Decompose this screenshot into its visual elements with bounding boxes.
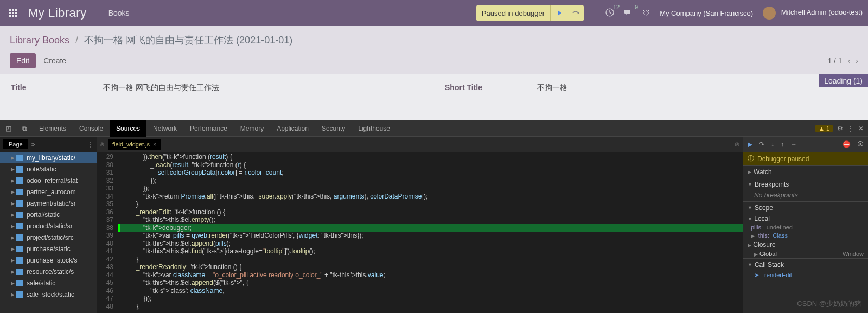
scope-global[interactable]: ▶ GlobalWindow xyxy=(743,250,868,258)
toggle-nav-icon[interactable]: ⎚ xyxy=(100,140,104,148)
avatar xyxy=(763,7,776,20)
edit-button[interactable]: Edit xyxy=(10,53,36,68)
file-tree-item[interactable]: ▶resource/static/s xyxy=(0,266,97,277)
deactivate-bp-icon[interactable]: ⛔ xyxy=(843,140,851,148)
nav-menu-icon[interactable]: ⋮ xyxy=(87,140,93,148)
code-line[interactable]: }); xyxy=(118,184,743,193)
code-line[interactable]: }, xyxy=(118,303,743,311)
code-line[interactable]: "tk-k">return Promise.all(["tk-this">thi… xyxy=(118,193,743,201)
toggle-right-pane-icon[interactable]: ⎚ xyxy=(735,140,739,148)
loading-indicator: Loading (1) xyxy=(819,74,868,87)
breakpoints-section[interactable]: ▼Breakpoints xyxy=(743,178,868,190)
file-tree-item[interactable]: ▶odoo_referral/stat xyxy=(0,175,97,186)
file-navigator: Page » ⋮ ▶my_library/static/▶note/static… xyxy=(0,137,97,313)
editor-tab[interactable]: field_widget.js × xyxy=(108,139,161,150)
scope-section[interactable]: ▼Scope xyxy=(743,202,868,214)
more-icon[interactable]: ⋮ xyxy=(847,125,854,132)
tab-network[interactable]: Network xyxy=(146,120,183,137)
code-line[interactable]: "tk-s">'class': className, xyxy=(118,287,743,295)
file-tree[interactable]: ▶my_library/static/▶note/static▶odoo_ref… xyxy=(0,152,97,313)
code-line[interactable]: }, xyxy=(118,255,743,264)
code-line[interactable]: "tk-k">var className = "o_color_pill act… xyxy=(118,271,743,279)
file-tree-item[interactable]: ▶sale_stock/static xyxy=(0,289,97,300)
code-line[interactable]: "tk-this">this.$el.append(pills); xyxy=(118,240,743,248)
file-tree-item[interactable]: ▶project/static/src xyxy=(0,232,97,243)
code-line[interactable]: _renderReadonly: "tk-k">function () { xyxy=(118,263,743,271)
file-tree-item[interactable]: ▶payment/static/sr xyxy=(0,197,97,209)
apps-icon[interactable] xyxy=(5,5,21,21)
source-code[interactable]: }).then("tk-k">function (result) { _.eac… xyxy=(118,152,743,313)
tab-console[interactable]: Console xyxy=(73,120,110,137)
svg-rect-4 xyxy=(12,12,14,14)
field-value-short-title: 不拘一格 xyxy=(537,83,567,93)
code-line[interactable]: self.colorGroupData[r.color] = r.color_c… xyxy=(118,169,743,177)
code-line[interactable]: "tk-this">this.$el.append($("tk-s">'', { xyxy=(118,279,743,287)
file-tree-item[interactable]: ▶note/static xyxy=(0,163,97,175)
callstack-frame[interactable]: ➤_renderEdit xyxy=(743,271,868,280)
resume-icon[interactable]: ▶ xyxy=(748,140,752,148)
file-tree-item[interactable]: ▶partner_autocom xyxy=(0,186,97,197)
code-line[interactable]: "tk-this">this.$el.empty(); xyxy=(118,216,743,224)
breadcrumb-root[interactable]: Library Books xyxy=(10,35,69,46)
scope-this: ▶ this: Class xyxy=(743,232,868,240)
code-line[interactable]: "tk-this">this.$el.find("tk-s">'[data-to… xyxy=(118,247,743,255)
menu-books[interactable]: Books xyxy=(103,7,135,20)
warnings-chip[interactable]: ▲ 1 xyxy=(815,125,833,132)
bug-icon[interactable] xyxy=(642,9,650,18)
tab-security[interactable]: Security xyxy=(315,120,352,137)
discuss-icon[interactable]: 9 xyxy=(624,8,633,18)
code-line[interactable]: }).then("tk-k">function (result) { xyxy=(118,153,743,161)
step-icon[interactable]: → xyxy=(790,140,797,148)
code-line[interactable]: }); xyxy=(118,177,743,185)
tab-application[interactable]: Application xyxy=(270,120,315,137)
step-out-icon[interactable]: ↑ xyxy=(781,140,784,148)
step-into-icon[interactable]: ↓ xyxy=(771,140,774,148)
tab-sources[interactable]: Sources xyxy=(110,120,146,137)
device-toggle-icon[interactable]: ⧉ xyxy=(16,125,33,132)
tab-memory[interactable]: Memory xyxy=(234,120,270,137)
activities-icon[interactable]: 12 xyxy=(605,8,614,18)
page-tab[interactable]: Page xyxy=(3,139,28,149)
svg-point-11 xyxy=(644,11,648,15)
code-line[interactable]: _renderEdit: "tk-k">function () { xyxy=(118,208,743,216)
pause-exc-icon[interactable]: ⦿ xyxy=(857,140,864,148)
code-line[interactable]: "tk-k">debugger; xyxy=(118,224,743,232)
inspect-icon[interactable]: ◰ xyxy=(0,125,16,132)
svg-rect-5 xyxy=(15,12,17,14)
form-sheet: Title 不拘一格 网飞的自由与责任工作法 Short Title 不拘一格 … xyxy=(0,74,868,101)
callstack-section[interactable]: ▼Call Stack xyxy=(743,259,868,271)
watch-section[interactable]: ▶Watch xyxy=(743,166,868,178)
pager-prev-icon[interactable]: ‹ xyxy=(848,56,851,65)
code-line[interactable]: }, xyxy=(118,200,743,208)
close-tab-icon[interactable]: × xyxy=(153,141,156,148)
tab-elements[interactable]: Elements xyxy=(33,120,73,137)
no-breakpoints: No breakpoints xyxy=(743,190,868,201)
file-tree-item[interactable]: ▶purchase_stock/s xyxy=(0,254,97,266)
settings-icon[interactable]: ⚙ xyxy=(837,125,843,132)
code-line[interactable]: _.each(result, "tk-k">function (r) { xyxy=(118,161,743,169)
tab-lighthouse[interactable]: Lighthouse xyxy=(352,120,397,137)
tab-performance[interactable]: Performance xyxy=(183,120,234,137)
user-menu[interactable]: Mitchell Admin (odoo-test) xyxy=(763,7,863,20)
breadcrumb-sep: / xyxy=(75,35,78,46)
line-gutter: 2930313233343536373839404142434445464748 xyxy=(97,152,118,313)
nav-more-icon[interactable]: » xyxy=(31,140,35,148)
file-tree-item[interactable]: ▶product/static/sr xyxy=(0,220,97,232)
pager-next-icon[interactable]: › xyxy=(856,56,858,65)
debugger-step-icon[interactable] xyxy=(567,5,584,21)
file-tree-item[interactable]: ▶sale/static xyxy=(0,277,97,289)
code-line[interactable]: })); xyxy=(118,295,743,303)
debugger-pill-text: Paused in debugger xyxy=(476,9,550,17)
step-over-icon[interactable]: ↷ xyxy=(759,140,764,148)
file-tree-item[interactable]: ▶purchase/static xyxy=(0,243,97,254)
debugger-resume-icon[interactable] xyxy=(550,5,567,21)
close-devtools-icon[interactable]: ✕ xyxy=(858,125,864,132)
create-button[interactable]: Create xyxy=(43,56,66,65)
file-tree-item[interactable]: ▶my_library/static/ xyxy=(0,152,97,163)
debugger-pill: Paused in debugger xyxy=(476,5,584,21)
file-tree-item[interactable]: ▶portal/static xyxy=(0,209,97,220)
code-line[interactable]: "tk-k">var pills = qweb.render("tk-s">'F… xyxy=(118,232,743,240)
company-selector[interactable]: My Company (San Francisco) xyxy=(660,9,753,17)
watermark: CSDN @少奶奶的猪 xyxy=(797,299,861,309)
devtools: ◰ ⧉ Elements Console Sources Network Per… xyxy=(0,120,868,313)
